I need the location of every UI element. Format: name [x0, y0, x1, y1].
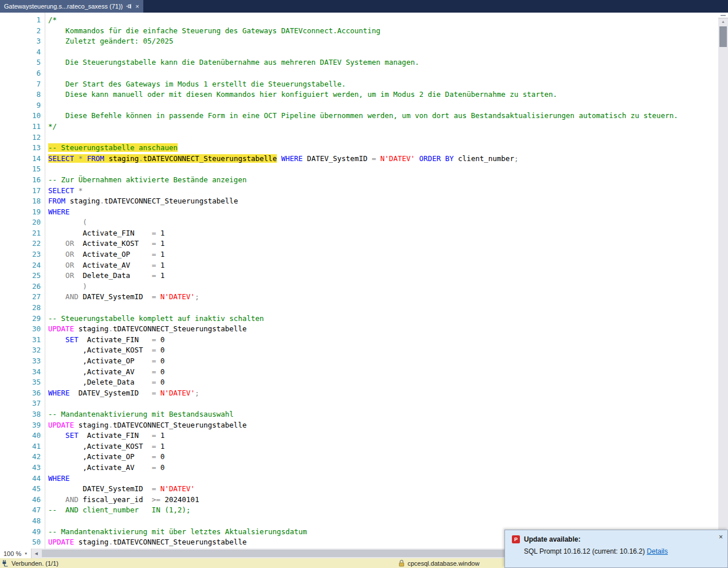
zoom-level: 100 % [3, 550, 21, 557]
line-number: 26 [0, 281, 45, 292]
line-number: 21 [0, 228, 45, 239]
line-number: 4 [0, 47, 45, 58]
zoom-control[interactable]: 100 % ▼ [0, 549, 32, 558]
ssms-window: { "tab": { "title": "Gatewaysteuerung.s.… [0, 0, 728, 568]
vertical-scrollbar[interactable]: ▲ ▼ [718, 13, 728, 549]
scroll-left-icon[interactable]: ◀ [32, 551, 41, 556]
splitter-grip[interactable] [718, 13, 728, 18]
code-line: ,Activate_KOST = 0 [48, 345, 718, 356]
code-line [48, 47, 718, 58]
code-line: ,Activate_AV = 0 [48, 367, 718, 378]
code-lines[interactable]: /* Kommandos für die einfache Steuerung … [45, 13, 718, 549]
code-line: OR Activate_OP = 1 [48, 249, 718, 260]
code-line [48, 516, 718, 527]
code-line: SELECT * [48, 186, 718, 197]
details-link[interactable]: Details [647, 547, 668, 555]
line-number: 37 [0, 398, 45, 409]
code-line: -- Zur Übernahmen aktivierte Bestände an… [48, 175, 718, 186]
server-name: cpcesql.database.window [408, 560, 479, 567]
connection-status: Verbunden. (1/1) [0, 559, 58, 567]
line-number: 44 [0, 473, 45, 484]
code-line: ,Activate_OP = 0 [48, 452, 718, 463]
tab-gatewaysteuerung[interactable]: Gatewaysteuerung.s...rateco_saxess (71))… [0, 0, 143, 13]
line-number: 32 [0, 345, 45, 356]
code-line: -- Steuerungstabelle anschauen [48, 143, 718, 154]
code-line: AND fiscal_year_id >= 20240101 [48, 495, 718, 506]
connection-status-text: Verbunden. (1/1) [11, 560, 58, 567]
line-number: 45 [0, 484, 45, 495]
code-line: Diese Befehle können in passende Form in… [48, 111, 718, 122]
line-number: 35 [0, 377, 45, 388]
close-tab-icon[interactable]: × [135, 3, 139, 10]
server-status: cpcesql.database.window [398, 559, 479, 567]
code-line: Activate_FIN = 1 [48, 228, 718, 239]
line-number: 9 [0, 100, 45, 111]
code-line: ,Activate_KOST = 1 [48, 441, 718, 452]
code-line: FROM staging.tDATEVCONNECT_Steuerungstab… [48, 196, 718, 207]
code-line: OR Activate_AV = 1 [48, 260, 718, 271]
line-number: 30 [0, 324, 45, 335]
code-line: SET Activate_FIN = 1 [48, 430, 718, 441]
chevron-down-icon: ▼ [24, 552, 28, 555]
line-number: 11 [0, 122, 45, 132]
notification-message: SQL Prompt 10.16.12 (current: 10.16.2) D… [524, 547, 727, 555]
scroll-up-icon[interactable]: ▲ [718, 18, 728, 25]
document-tab-bar: Gatewaysteuerung.s...rateco_saxess (71))… [0, 0, 728, 13]
code-line: ( [48, 217, 718, 228]
line-number: 31 [0, 335, 45, 346]
line-number: 24 [0, 260, 45, 271]
line-number: 29 [0, 314, 45, 324]
code-line: OR Activate_KOST = 1 [48, 238, 718, 249]
code-line: -- Mandantenaktivierung mit Bestandsausw… [48, 409, 718, 420]
line-number: 10 [0, 111, 45, 122]
line-number: 16 [0, 175, 45, 186]
line-number: 39 [0, 420, 45, 431]
lock-icon [398, 559, 405, 567]
pin-icon[interactable] [126, 3, 132, 9]
line-number: 1 [0, 15, 45, 26]
line-number: 43 [0, 463, 45, 473]
code-line: WHERE DATEV_SystemID = N'DATEV'; [48, 388, 718, 399]
line-number: 28 [0, 303, 45, 314]
line-number: 20 [0, 217, 45, 228]
line-number: 36 [0, 388, 45, 399]
code-line: -- Steuerungstabelle komplett auf inakti… [48, 314, 718, 324]
code-line: SELECT * FROM staging.tDATEVCONNECT_Steu… [48, 154, 718, 164]
code-line: UPDATE staging.tDATEVCONNECT_Steuerungst… [48, 420, 718, 431]
line-number: 8 [0, 89, 45, 100]
code-line [48, 164, 718, 175]
line-number: 38 [0, 409, 45, 420]
code-line: */ [48, 122, 718, 132]
vertical-scrollbar-thumb[interactable] [719, 26, 727, 47]
line-number: 40 [0, 430, 45, 441]
code-line [48, 132, 718, 143]
code-line [48, 398, 718, 409]
line-number: 18 [0, 196, 45, 207]
line-number: 34 [0, 367, 45, 378]
code-line: UPDATE staging.tDATEVCONNECT_Steuerungst… [48, 324, 718, 335]
code-line: Zuletzt geändert: 05/2025 [48, 36, 718, 47]
line-number: 47 [0, 505, 45, 516]
code-line: Diese kann manuell oder mit diesen Komma… [48, 89, 718, 100]
line-number: 13 [0, 143, 45, 154]
line-number: 19 [0, 207, 45, 218]
update-notification: P Update available: × SQL Prompt 10.16.1… [504, 530, 728, 568]
line-number: 12 [0, 132, 45, 143]
line-number: 49 [0, 527, 45, 538]
close-notification-icon[interactable]: × [719, 533, 723, 541]
line-number: 5 [0, 57, 45, 68]
line-number: 48 [0, 516, 45, 527]
code-line: ,Activate_AV = 0 [48, 463, 718, 473]
code-line: OR Delete_Data = 1 [48, 271, 718, 281]
line-number: 42 [0, 452, 45, 463]
code-line: Kommandos für die einfache Steuerung des… [48, 26, 718, 37]
line-number: 15 [0, 164, 45, 175]
code-line: WHERE [48, 207, 718, 218]
sql-editor[interactable]: 1234567891011121314151617181920212223242… [0, 13, 718, 549]
line-number: 17 [0, 186, 45, 197]
sql-prompt-icon: P [512, 535, 520, 543]
code-line [48, 303, 718, 314]
code-line: ) [48, 281, 718, 292]
line-number: 6 [0, 68, 45, 79]
tab-title: Gatewaysteuerung.s...rateco_saxess (71)) [4, 3, 123, 10]
